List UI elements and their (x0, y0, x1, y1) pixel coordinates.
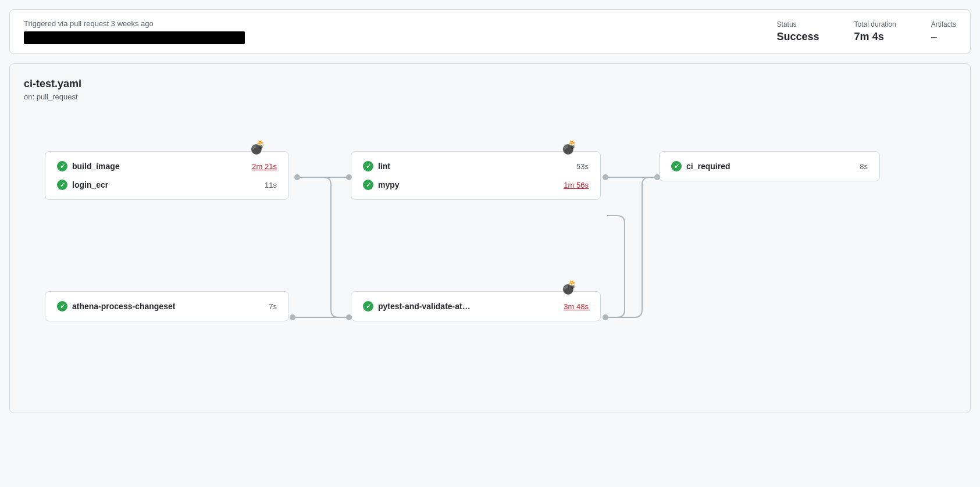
trigger-label: Triggered via pull request 3 weeks ago (24, 19, 777, 28)
job-name-build-image: build_image (72, 162, 247, 171)
check-icon-lint (363, 161, 373, 171)
connector-dot-box5-right (603, 314, 608, 320)
job-duration-login-ecr: 11s (265, 181, 277, 189)
job-box-5[interactable]: 💣 pytest-and-validate-at… 3m 48s (351, 291, 601, 321)
job-row-pytest: pytest-and-validate-at… 3m 48s (363, 301, 589, 311)
bomb-icon-2: 💣 (561, 141, 577, 154)
top-card: Triggered via pull request 3 weeks ago S… (9, 9, 971, 54)
bomb-icon-1: 💣 (250, 141, 265, 154)
status-value: Success (777, 31, 819, 43)
bomb-icon-5: 💣 (561, 281, 577, 294)
job-box-4[interactable]: athena-process-changeset 7s (45, 291, 289, 321)
job-row-login-ecr: login_ecr 11s (57, 180, 277, 190)
check-icon-athena (57, 301, 67, 311)
check-icon-mypy (363, 180, 373, 190)
artifacts-section: Artifacts – (931, 20, 956, 43)
check-icon-pytest (363, 301, 373, 311)
check-icon-login-ecr (57, 180, 67, 190)
status-label: Status (777, 20, 819, 28)
job-duration-mypy: 1m 56s (564, 181, 589, 189)
job-duration-athena: 7s (269, 302, 277, 311)
connector-dot-box4-right (290, 314, 295, 320)
job-duration-pytest: 3m 48s (564, 302, 589, 311)
trigger-info: Triggered via pull request 3 weeks ago (24, 19, 777, 44)
workflow-trigger: on: pull_request (24, 92, 956, 101)
job-row-build-image: build_image 2m 21s (57, 161, 277, 171)
connector-dot-box1-right (294, 174, 300, 180)
connector-dot-box2-right (603, 174, 608, 180)
check-icon-build-image (57, 161, 67, 171)
job-duration-ci-required: 8s (860, 162, 868, 171)
connector-dot-box2-left (346, 174, 352, 180)
job-duration-build-image: 2m 21s (252, 162, 277, 171)
job-name-mypy: mypy (378, 180, 559, 189)
check-icon-ci-required (671, 161, 682, 171)
connector-dot-box3-left (654, 174, 660, 180)
artifacts-value: – (931, 31, 956, 43)
duration-label: Total duration (854, 20, 896, 28)
workflow-filename: ci-test.yaml (24, 78, 956, 90)
job-row-ci-required: ci_required 8s (671, 161, 868, 171)
job-box-3[interactable]: ci_required 8s (659, 151, 880, 181)
job-name-ci-required: ci_required (686, 162, 855, 171)
status-section: Status Success (777, 20, 819, 43)
job-box-2[interactable]: 💣 lint 53s mypy 1m 56s (351, 151, 601, 200)
job-name-login-ecr: login_ecr (72, 180, 260, 189)
job-row-mypy: mypy 1m 56s (363, 180, 589, 190)
redacted-bar (24, 31, 245, 44)
duration-section: Total duration 7m 4s (854, 20, 896, 43)
job-name-lint: lint (378, 162, 572, 171)
job-duration-lint: 53s (576, 162, 589, 171)
job-row-lint: lint 53s (363, 161, 589, 171)
connector-dot-box5-left (346, 314, 352, 320)
dag-container: 💣 build_image 2m 21s login_ecr 11s 💣 lin… (24, 120, 956, 399)
job-box-1[interactable]: 💣 build_image 2m 21s login_ecr 11s (45, 151, 289, 200)
job-name-pytest: pytest-and-validate-at… (378, 302, 559, 311)
job-row-athena: athena-process-changeset 7s (57, 301, 277, 311)
duration-value: 7m 4s (854, 31, 896, 43)
meta-sections: Status Success Total duration 7m 4s Arti… (777, 20, 956, 43)
job-name-athena: athena-process-changeset (72, 302, 264, 311)
workflow-card: ci-test.yaml on: pull_request (9, 63, 971, 413)
artifacts-label: Artifacts (931, 20, 956, 28)
